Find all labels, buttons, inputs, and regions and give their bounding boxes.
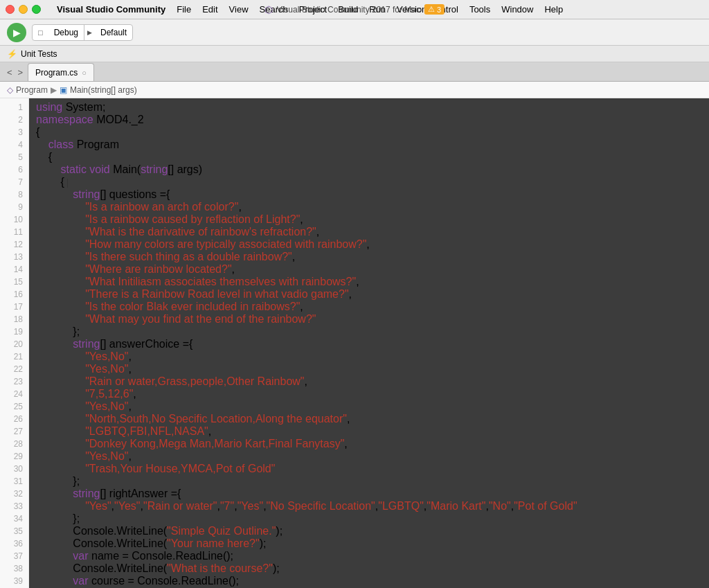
tab-program-cs[interactable]: Program.cs ○ bbox=[28, 63, 94, 81]
warning-count: 3 bbox=[437, 6, 441, 14]
menu-window[interactable]: Window bbox=[496, 3, 538, 16]
tabs-bar: < > Program.cs ○ bbox=[0, 62, 709, 82]
breadcrumb: ◇ Program ▶ ▣ Main(string[] args) bbox=[0, 82, 709, 98]
menu-view[interactable]: View bbox=[224, 3, 253, 16]
debug-selector[interactable]: □ Debug ▶ Default bbox=[32, 24, 133, 41]
debug-checkbox-icon: □ bbox=[38, 28, 43, 37]
tab-nav-forward[interactable]: > bbox=[17, 67, 25, 78]
unit-tests-bar: ⚡ Unit Tests bbox=[0, 46, 709, 62]
menu-tools[interactable]: Tools bbox=[465, 3, 495, 16]
toolbar: ▶ □ Debug ▶ Default bbox=[0, 19, 709, 46]
vs-icon: ⬡ bbox=[264, 4, 273, 15]
window-title: Visual Studio Community 2017 for Mac bbox=[277, 5, 420, 15]
warning-icon: ⚠ bbox=[428, 5, 435, 14]
maximize-button[interactable] bbox=[32, 5, 41, 14]
breadcrumb-program[interactable]: Program bbox=[16, 85, 48, 95]
tab-nav-back[interactable]: < bbox=[6, 67, 14, 78]
debug-icon-part: □ bbox=[33, 25, 48, 40]
tab-label: Program.cs bbox=[35, 68, 78, 78]
tab-navigation: < > bbox=[6, 67, 24, 78]
default-label[interactable]: Default bbox=[95, 25, 132, 40]
menu-file[interactable]: File bbox=[172, 3, 196, 16]
unit-tests-label[interactable]: Unit Tests bbox=[21, 49, 57, 59]
code-editor[interactable]: 1 2 3 4 5 6 7 8 9 10 11 12 13 14 15 16 1… bbox=[0, 98, 709, 588]
title-bar: Visual Studio Community File Edit View S… bbox=[0, 0, 709, 19]
ns-icon: ◇ bbox=[7, 85, 13, 95]
close-tab-icon[interactable]: ○ bbox=[82, 69, 87, 77]
close-button[interactable] bbox=[6, 5, 15, 14]
traffic-lights bbox=[6, 5, 41, 14]
warning-badge[interactable]: ⚠ 3 bbox=[424, 4, 445, 15]
breadcrumb-main[interactable]: Main(string[] args) bbox=[70, 85, 137, 95]
run-button[interactable]: ▶ bbox=[7, 23, 26, 42]
debug-label[interactable]: Debug bbox=[48, 25, 84, 40]
menu-help[interactable]: Help bbox=[539, 3, 568, 16]
menu-app-name[interactable]: Visual Studio Community bbox=[52, 3, 170, 16]
chevron-right-icon: ▶ bbox=[84, 29, 95, 36]
code-area[interactable]: using System;namespace MOD4._2{ class Pr… bbox=[29, 98, 709, 588]
menu-edit[interactable]: Edit bbox=[197, 3, 222, 16]
lightning-icon: ⚡ bbox=[7, 49, 17, 59]
window-title-area: ⬡ Visual Studio Community 2017 for Mac ⚠… bbox=[264, 4, 445, 15]
breadcrumb-separator: ▶ bbox=[51, 85, 57, 95]
minimize-button[interactable] bbox=[19, 5, 28, 14]
line-numbers: 1 2 3 4 5 6 7 8 9 10 11 12 13 14 15 16 1… bbox=[0, 98, 29, 588]
breadcrumb-method-icon: ▣ bbox=[60, 85, 67, 95]
